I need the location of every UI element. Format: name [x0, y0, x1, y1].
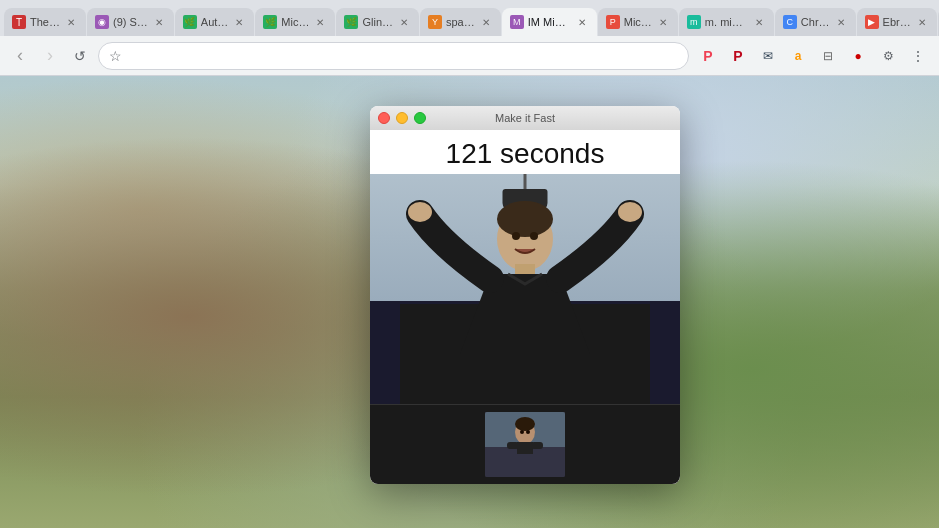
- tab-label-auth: Aut…: [201, 16, 229, 28]
- tab-favicon-tny: T: [12, 15, 26, 29]
- email-extension-icon[interactable]: ✉: [755, 43, 781, 69]
- tab-close-mid[interactable]: ✕: [575, 15, 589, 29]
- tab-label-mid: IM Mid…: [528, 16, 571, 28]
- tab-favicon-spa: Y: [428, 15, 442, 29]
- tab-min[interactable]: m m. min… ✕: [679, 8, 774, 36]
- window-titlebar: Make it Fast: [370, 106, 680, 130]
- tab-label-mic2: Mic…: [624, 16, 652, 28]
- extensions-icon[interactable]: ⚙: [875, 43, 901, 69]
- window-maximize-button[interactable]: [414, 112, 426, 124]
- tab-close-spa[interactable]: ✕: [479, 15, 493, 29]
- svg-point-2: [497, 201, 553, 237]
- tab-favicon-mid: M: [510, 15, 524, 29]
- tab-mid[interactable]: M IM Mid… ✕: [502, 8, 597, 36]
- tab-tny[interactable]: T The… ✕: [4, 8, 86, 36]
- reeder-extension-icon[interactable]: ⊟: [815, 43, 841, 69]
- extension-icons: P P ✉ a ⊟ ● ⚙ ⋮: [695, 43, 931, 69]
- forward-button[interactable]: ›: [38, 44, 62, 68]
- timer-display: 121 seconds: [370, 130, 680, 174]
- tab-close-tny[interactable]: ✕: [64, 15, 78, 29]
- pocket-extension-icon[interactable]: P: [695, 43, 721, 69]
- browser-toolbar: ‹ › ↺ ☆ P P ✉ a ⊟ ●: [0, 36, 939, 76]
- tab-chr[interactable]: C Chr… ✕: [775, 8, 856, 36]
- tab-favicon-mic2: P: [606, 15, 620, 29]
- tab-label-mic: Mic…: [281, 16, 309, 28]
- tab-favicon-ebr: ▶: [865, 15, 879, 29]
- svg-point-6: [512, 232, 520, 240]
- tab-label-chr: Chr…: [801, 16, 830, 28]
- tab-favicon-min: m: [687, 15, 701, 29]
- main-video-feed: [370, 174, 680, 404]
- reload-button[interactable]: ↺: [68, 44, 92, 68]
- tab-close-mic[interactable]: ✕: [313, 15, 327, 29]
- tab-label-glin: Glin…: [362, 16, 393, 28]
- tab-label-mit: (9) S…: [113, 16, 148, 28]
- tab-mic[interactable]: 🌿 Mic… ✕: [255, 8, 335, 36]
- tab-favicon-auth: 🌿: [183, 15, 197, 29]
- small-video-thumbnail: [485, 412, 565, 477]
- thumbnail-person-svg: [485, 412, 565, 477]
- tab-close-chr[interactable]: ✕: [834, 15, 848, 29]
- amazon-extension-icon[interactable]: a: [785, 43, 811, 69]
- tab-close-glin[interactable]: ✕: [397, 15, 411, 29]
- svg-point-16: [526, 430, 530, 434]
- chrome-menu-button[interactable]: ⋮: [905, 43, 931, 69]
- tab-favicon-chr: C: [783, 15, 797, 29]
- svg-rect-13: [507, 442, 519, 449]
- tab-close-ebr[interactable]: ✕: [915, 15, 929, 29]
- bookmark-star-icon[interactable]: ☆: [109, 48, 122, 64]
- tab-mic2[interactable]: P Mic… ✕: [598, 8, 678, 36]
- lastpass-extension-icon[interactable]: ●: [845, 43, 871, 69]
- svg-point-5: [618, 202, 642, 222]
- tab-bar: T The… ✕ ◉ (9) S… ✕ 🌿 Aut… ✕ 🌿 Mic… ✕ 🌿 …: [0, 0, 939, 36]
- tab-close-mit[interactable]: ✕: [152, 15, 166, 29]
- person-figure-main: [400, 184, 650, 404]
- svg-point-7: [530, 232, 538, 240]
- omnibox[interactable]: ☆: [98, 42, 689, 70]
- svg-rect-14: [531, 442, 543, 449]
- tab-favicon-mit: ◉: [95, 15, 109, 29]
- tab-close-mic2[interactable]: ✕: [656, 15, 670, 29]
- tab-auth[interactable]: 🌿 Aut… ✕: [175, 8, 255, 36]
- tab-close-auth[interactable]: ✕: [232, 15, 246, 29]
- browser-chrome: T The… ✕ ◉ (9) S… ✕ 🌿 Aut… ✕ 🌿 Mic… ✕ 🌿 …: [0, 0, 939, 76]
- tab-close-min[interactable]: ✕: [752, 15, 766, 29]
- app-window-make-it-fast: Make it Fast 121 seconds: [370, 106, 680, 484]
- tab-label-ebr: Ebr…: [883, 16, 911, 28]
- window-content: 121 seconds: [370, 130, 680, 484]
- svg-point-11: [515, 417, 535, 431]
- tab-favicon-mic: 🌿: [263, 15, 277, 29]
- tab-favicon-glin: 🌿: [344, 15, 358, 29]
- tab-label-spa: spa…: [446, 16, 475, 28]
- window-close-button[interactable]: [378, 112, 390, 124]
- small-video-area: [370, 404, 680, 484]
- svg-point-15: [520, 430, 524, 434]
- svg-rect-12: [517, 442, 533, 454]
- window-title: Make it Fast: [495, 112, 555, 124]
- desktop-area: Make it Fast 121 seconds: [0, 76, 939, 528]
- tab-ebr[interactable]: ▶ Ebr… ✕: [857, 8, 937, 36]
- tab-label-tny: The…: [30, 16, 60, 28]
- back-button[interactable]: ‹: [8, 44, 32, 68]
- window-minimize-button[interactable]: [396, 112, 408, 124]
- tab-glin[interactable]: 🌿 Glin… ✕: [336, 8, 419, 36]
- tab-spa[interactable]: Y spa… ✕: [420, 8, 501, 36]
- tab-mit[interactable]: ◉ (9) S… ✕: [87, 8, 174, 36]
- pinterest-extension-icon[interactable]: P: [725, 43, 751, 69]
- svg-point-4: [408, 202, 432, 222]
- tab-label-min: m. min…: [705, 16, 748, 28]
